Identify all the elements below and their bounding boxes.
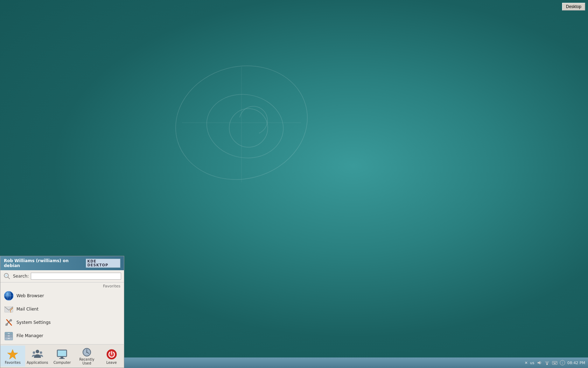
applications-grid-icon: [31, 348, 44, 361]
svg-point-7: [5, 274, 7, 277]
svg-rect-59: [556, 362, 556, 363]
web-browser-label: Web Browser: [16, 293, 44, 298]
nav-recently-used-label: Recently Used: [76, 357, 98, 365]
svg-line-6: [8, 277, 10, 279]
mail-client-icon: [4, 304, 14, 314]
svg-point-30: [33, 351, 35, 354]
svg-point-20: [6, 323, 8, 326]
svg-rect-33: [58, 350, 66, 356]
svg-rect-57: [553, 362, 554, 363]
nav-applications[interactable]: Applications: [25, 346, 50, 367]
svg-rect-25: [8, 333, 10, 334]
tray-clock: 08:42 PM: [567, 361, 585, 365]
menu-item-web-browser[interactable]: Web Browser: [0, 289, 124, 302]
menu-item-mail-client[interactable]: Mail Client: [0, 302, 124, 316]
svg-point-19: [10, 319, 12, 321]
debian-swirl: [168, 53, 315, 200]
menu-item-file-manager[interactable]: File Manager: [0, 329, 124, 342]
nav-recently-used[interactable]: Recently Used: [75, 346, 99, 367]
svg-rect-56: [552, 361, 557, 364]
nav-computer-label: Computer: [54, 361, 71, 364]
nav-computer[interactable]: Computer: [50, 346, 75, 367]
svg-rect-55: [545, 361, 549, 362]
svg-rect-53: [546, 363, 548, 365]
nav-applications-label: Applications: [27, 361, 48, 364]
file-manager-label: File Manager: [16, 333, 43, 338]
svg-rect-34: [61, 357, 63, 358]
search-input[interactable]: [31, 273, 121, 280]
svg-rect-35: [59, 358, 65, 359]
svg-rect-54: [546, 362, 548, 363]
svg-text:i: i: [562, 361, 563, 365]
svg-rect-27: [8, 338, 10, 339]
web-browser-icon: [4, 291, 14, 301]
svg-rect-26: [8, 336, 10, 336]
favorites-section-label: Favorites: [0, 282, 124, 289]
leave-power-icon: [105, 348, 118, 361]
search-icon: [3, 272, 11, 280]
search-label: Search:: [13, 274, 29, 279]
menu-header-text: Rob Williams (rwilliams) on debian: [4, 258, 86, 268]
kde-logo: KDE DESKTOP: [86, 259, 120, 268]
mail-client-label: Mail Client: [16, 307, 38, 312]
tray-volume-icon[interactable]: [537, 360, 542, 366]
svg-point-1: [202, 88, 288, 164]
menu-header: Rob Williams (rwilliams) on debian KDE D…: [0, 256, 124, 270]
menu-bottom-nav: Favorites Applications Computer: [0, 344, 124, 368]
svg-marker-52: [538, 361, 540, 364]
nav-leave[interactable]: Leave: [99, 346, 124, 367]
svg-marker-28: [7, 349, 18, 359]
computer-monitor-icon: [56, 348, 68, 361]
system-settings-icon: [4, 318, 14, 327]
nav-favorites[interactable]: Favorites: [0, 346, 25, 367]
menu-item-system-settings[interactable]: System Settings: [0, 316, 124, 329]
desktop-button[interactable]: Desktop: [562, 3, 585, 11]
file-manager-icon: [4, 331, 14, 341]
nav-leave-label: Leave: [106, 361, 117, 364]
kde-menu-popup: Rob Williams (rwilliams) on debian KDE D…: [0, 256, 124, 344]
tray-keyboard-icon[interactable]: [552, 360, 558, 366]
svg-point-29: [36, 350, 39, 353]
system-settings-label: System Settings: [16, 320, 51, 325]
tray-network-icon[interactable]: [544, 360, 550, 366]
menu-items-list: Web Browser Mail Client System Settings: [0, 289, 124, 344]
system-tray: ✕ us i 08:42 PM: [522, 357, 588, 368]
tray-x-icon[interactable]: ✕: [525, 361, 528, 365]
svg-point-40: [86, 352, 88, 353]
favorites-star-icon: [6, 348, 19, 361]
menu-search-bar: Search:: [0, 270, 124, 282]
svg-point-2: [229, 109, 268, 147]
tray-updates-icon[interactable]: i: [560, 360, 565, 366]
nav-favorites-label: Favorites: [5, 361, 21, 364]
recently-used-clock-icon: [80, 347, 93, 357]
svg-rect-60: [554, 363, 556, 364]
tray-language[interactable]: us: [530, 361, 534, 365]
svg-rect-58: [554, 362, 555, 363]
svg-point-31: [40, 351, 42, 354]
